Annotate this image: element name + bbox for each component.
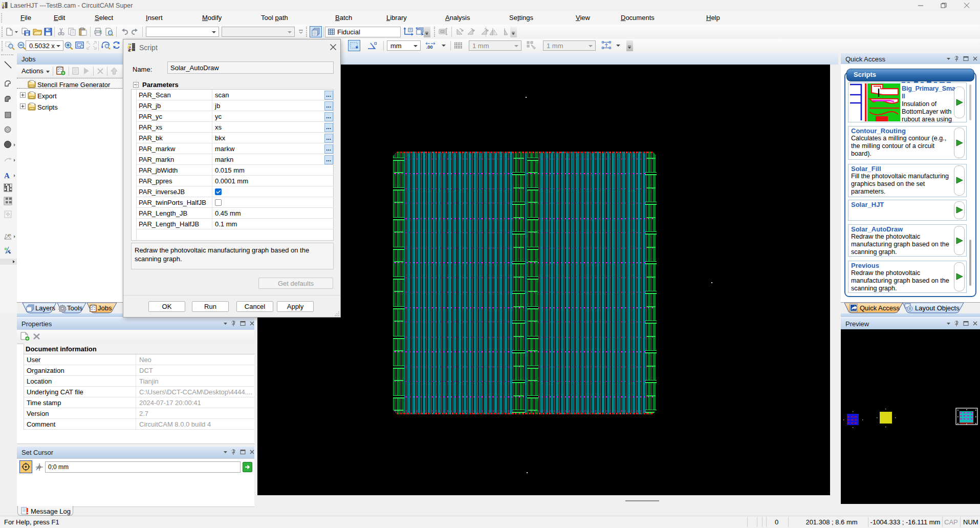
svg-text:A: A (4, 172, 10, 180)
svg-text:45: 45 (8, 234, 11, 237)
svg-text:.00: .00 (426, 45, 433, 49)
